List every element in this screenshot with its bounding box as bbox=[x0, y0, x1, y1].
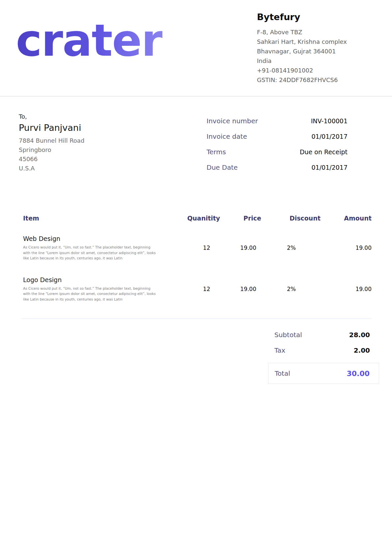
customer-address-line: U.S.A bbox=[19, 164, 84, 173]
item-cell: Web Design As Cicero would put it, “Um, … bbox=[23, 235, 182, 261]
bill-to-block: To, Purvi Panjvani 7884 Bunnel Hill Road… bbox=[19, 113, 84, 179]
column-header-item: Item bbox=[23, 215, 182, 222]
invoice-number-label: Invoice number bbox=[207, 117, 258, 125]
items-totals-divider bbox=[21, 318, 372, 319]
tax-value: 2.00 bbox=[354, 346, 370, 354]
invoice-date-value: 01/01/2017 bbox=[311, 133, 348, 140]
tax-row: Tax 2.00 bbox=[268, 346, 379, 354]
column-header-quantity: Quanitity bbox=[182, 215, 220, 222]
item-name: Logo Design bbox=[23, 276, 182, 283]
item-amount: 19.00 bbox=[321, 286, 372, 292]
total-label: Total bbox=[275, 369, 290, 377]
invoice-info-section: To, Purvi Panjvani 7884 Bunnel Hill Road… bbox=[0, 97, 392, 179]
column-header-amount: Amount bbox=[321, 215, 372, 222]
subtotal-row: Subtotal 28.00 bbox=[268, 331, 379, 339]
column-header-discount: Discount bbox=[261, 215, 321, 222]
due-date-label: Due Date bbox=[207, 163, 238, 171]
item-cell: Logo Design As Cicero would put it, “Um,… bbox=[23, 276, 182, 302]
item-quantity: 12 bbox=[182, 286, 220, 292]
company-address-line: Sahkari Hart, Krishna complex bbox=[257, 37, 350, 46]
company-address-line: India bbox=[257, 56, 350, 66]
company-address: F-8, Above TBZ Sahkari Hart, Krishna com… bbox=[257, 27, 350, 85]
due-date-row: Due Date 01/01/2017 bbox=[207, 163, 348, 171]
item-description-line: like Latin because in its youth, centuri… bbox=[23, 297, 182, 302]
customer-address: 7884 Bunnel Hill Road Springboro 45066 U… bbox=[19, 136, 84, 173]
item-discount: 2% bbox=[261, 286, 321, 292]
column-header-price: Price bbox=[220, 215, 261, 222]
customer-name: Purvi Panjvani bbox=[19, 123, 84, 133]
company-name: Bytefury bbox=[257, 12, 350, 22]
item-price: 19.00 bbox=[220, 245, 261, 251]
tax-label: Tax bbox=[274, 346, 285, 354]
subtotal-value: 28.00 bbox=[349, 331, 370, 339]
item-description-line: with the line “Lorem ipsum dolor sit ame… bbox=[23, 250, 182, 256]
invoice-date-label: Invoice date bbox=[207, 132, 247, 140]
terms-value: Due on Receipt bbox=[300, 148, 348, 156]
terms-row: Terms Due on Receipt bbox=[207, 148, 348, 156]
invoice-meta-block: Invoice number INV-100001 Invoice date 0… bbox=[207, 113, 348, 179]
table-row: Logo Design As Cicero would put it, “Um,… bbox=[23, 276, 372, 302]
totals-block: Subtotal 28.00 Tax 2.00 Total 30.00 bbox=[268, 331, 379, 384]
total-value: 30.00 bbox=[347, 369, 370, 378]
item-description-line: As Cicero would put it, “Um, not so fast… bbox=[23, 286, 182, 291]
subtotal-label: Subtotal bbox=[274, 331, 302, 339]
company-block: Bytefury F-8, Above TBZ Sahkari Hart, Kr… bbox=[257, 0, 350, 96]
total-box: Total 30.00 bbox=[268, 363, 379, 384]
invoice-header: crater Bytefury F-8, Above TBZ Sahkari H… bbox=[0, 0, 392, 97]
terms-label: Terms bbox=[207, 148, 226, 156]
customer-address-line: 45066 bbox=[19, 155, 84, 164]
item-description-line: As Cicero would put it, “Um, not so fast… bbox=[23, 245, 182, 250]
items-table-header: Item Quanitity Price Discount Amount bbox=[23, 215, 372, 222]
company-address-line: Bhavnagar, Gujrat 364001 bbox=[257, 46, 350, 56]
customer-address-line: Springboro bbox=[19, 145, 84, 155]
table-row: Web Design As Cicero would put it, “Um, … bbox=[23, 235, 372, 261]
due-date-value: 01/01/2017 bbox=[311, 164, 348, 171]
to-label: To, bbox=[19, 113, 84, 120]
item-price: 19.00 bbox=[220, 286, 261, 292]
invoice-document: crater Bytefury F-8, Above TBZ Sahkari H… bbox=[0, 0, 392, 555]
invoice-number-value: INV-100001 bbox=[311, 117, 348, 125]
item-name: Web Design bbox=[23, 235, 182, 242]
item-description: As Cicero would put it, “Um, not so fast… bbox=[23, 245, 182, 261]
company-phone: +91-08141901002 bbox=[257, 66, 350, 75]
item-description: As Cicero would put it, “Um, not so fast… bbox=[23, 286, 182, 302]
customer-address-line: 7884 Bunnel Hill Road bbox=[19, 136, 84, 145]
invoice-number-row: Invoice number INV-100001 bbox=[207, 117, 348, 125]
company-address-line: F-8, Above TBZ bbox=[257, 27, 350, 37]
company-gstin: GSTIN: 24DDF7682FHVCS6 bbox=[257, 75, 350, 85]
item-discount: 2% bbox=[261, 245, 321, 251]
items-table: Item Quanitity Price Discount Amount Web… bbox=[0, 179, 392, 319]
invoice-date-row: Invoice date 01/01/2017 bbox=[207, 132, 348, 140]
item-description-line: like Latin because in its youth, centuri… bbox=[23, 255, 182, 261]
crater-logo: crater bbox=[16, 18, 162, 96]
item-quantity: 12 bbox=[182, 245, 220, 251]
item-description-line: with the line “Lorem ipsum dolor sit ame… bbox=[23, 291, 182, 297]
item-amount: 19.00 bbox=[321, 245, 372, 251]
